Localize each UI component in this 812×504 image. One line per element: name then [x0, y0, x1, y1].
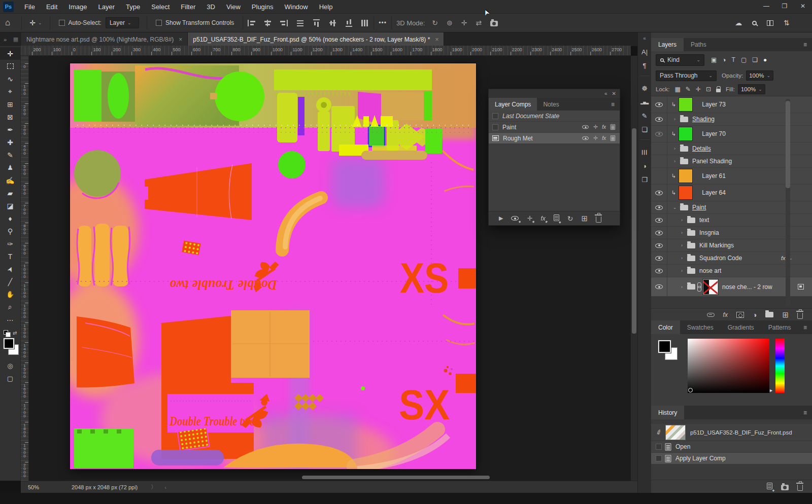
home-icon[interactable]: ⌂: [5, 18, 10, 28]
clone-stamp-tool[interactable]: ♟: [0, 161, 21, 174]
lasso-tool[interactable]: ∿: [0, 73, 21, 85]
layer-name[interactable]: Layer 61: [702, 172, 726, 179]
visibility-toggle[interactable]: [651, 142, 667, 155]
visibility-toggle[interactable]: [651, 252, 667, 264]
vertical-scroll-thumb[interactable]: [632, 128, 636, 334]
link-layers-icon[interactable]: [707, 313, 715, 317]
menu-select[interactable]: Select: [146, 3, 175, 11]
move-icon[interactable]: ✛: [593, 124, 598, 130]
menu-plugins[interactable]: Plugins: [246, 3, 279, 11]
histogram-panel-icon[interactable]: ▂▅▃: [640, 95, 649, 109]
layer-name[interactable]: nose che... - 2 row: [722, 283, 772, 291]
export-comps-icon[interactable]: ◆: [554, 214, 559, 223]
history-state-apply-layer-comp[interactable]: Apply Layer Comp: [651, 453, 812, 464]
visibility-toggle[interactable]: [651, 113, 667, 125]
object-selection-tool[interactable]: ⌖: [0, 85, 21, 98]
edit-toolbar-icon[interactable]: ⋯: [0, 313, 21, 326]
tab-layers[interactable]: Layers: [651, 38, 684, 51]
rectangular-marquee-tool[interactable]: [0, 60, 21, 73]
zoom-level-field[interactable]: 50%: [21, 484, 55, 490]
menu-view[interactable]: View: [221, 3, 246, 11]
auto-select-target-dropdown[interactable]: Layer⌄: [106, 17, 139, 28]
layer-fx-icon[interactable]: fx: [781, 255, 786, 261]
scroll-left-icon[interactable]: ‹: [164, 484, 166, 490]
tab-layer-comps[interactable]: Layer Comps: [489, 98, 537, 111]
tab-swatches[interactable]: Swatches: [680, 320, 721, 334]
brush-settings-panel-icon[interactable]: ✎: [642, 109, 648, 123]
history-source-box[interactable]: [656, 455, 662, 461]
move-icon[interactable]: ✛: [593, 135, 598, 141]
chevron-right-icon[interactable]: ›: [679, 268, 685, 273]
expand-panels-icon[interactable]: «: [643, 35, 646, 41]
layer-name[interactable]: Squadron Code: [699, 255, 742, 262]
layers-scrollbar[interactable]: [786, 99, 790, 307]
chevron-right-icon[interactable]: ›: [671, 159, 678, 164]
layer-thumbnail[interactable]: [679, 169, 693, 183]
fx-icon[interactable]: fx: [602, 135, 606, 141]
panel-menu-icon[interactable]: ≡: [803, 320, 812, 334]
collapse-panel-icon[interactable]: «: [604, 91, 607, 96]
blur-tool[interactable]: ♦: [0, 212, 21, 225]
move-tool[interactable]: ✛: [0, 47, 21, 60]
clone-source-panel-icon[interactable]: ❏: [641, 123, 648, 136]
close-button[interactable]: ✕: [794, 0, 812, 14]
auto-select-checkbox[interactable]: Auto-Select:: [59, 19, 101, 26]
lock-all-icon[interactable]: [716, 89, 721, 92]
visibility-toggle[interactable]: [651, 265, 667, 277]
chevron-down-icon[interactable]: ⌄: [671, 205, 678, 210]
minimize-button[interactable]: —: [757, 0, 775, 14]
menu-edit[interactable]: Edit: [41, 3, 63, 11]
filter-toggle-icon[interactable]: ●: [763, 56, 767, 63]
chevron-right-icon[interactable]: ›: [679, 284, 685, 290]
hue-slider-arrow-icon[interactable]: ▸: [770, 387, 772, 393]
menu-type[interactable]: Type: [120, 3, 146, 11]
distribute-h-icon[interactable]: [362, 19, 368, 27]
history-state-open[interactable]: Open: [651, 441, 812, 453]
comp-name[interactable]: Rough Met: [503, 135, 582, 142]
tool-preset-icon[interactable]: ✛⌄: [29, 19, 42, 27]
panel-menu-icon[interactable]: ≡: [803, 406, 812, 419]
filter-adjustment-layers-icon[interactable]: ◑: [722, 56, 726, 63]
comp-name[interactable]: Last Document State: [502, 113, 620, 120]
layer-thumbnail[interactable]: [679, 97, 693, 112]
chevron-right-icon[interactable]: ›: [679, 218, 685, 223]
swap-colors-icon[interactable]: ⇄: [13, 330, 17, 336]
filter-smart-objects-icon[interactable]: ❏: [752, 56, 758, 63]
foreground-color-swatch[interactable]: [4, 338, 14, 349]
fx-icon[interactable]: fx: [602, 124, 606, 130]
tab-overflow-icon[interactable]: »: [0, 32, 10, 46]
maximize-button[interactable]: ❐: [775, 0, 794, 14]
tab-color[interactable]: Color: [651, 320, 680, 334]
filter-shape-layers-icon[interactable]: ▢: [741, 56, 747, 63]
kind-filter-dropdown[interactable]: Kind ⌄: [656, 54, 704, 66]
hue-slider[interactable]: [775, 339, 785, 393]
default-colors-icon[interactable]: [4, 330, 8, 335]
visibility-toggle[interactable]: [651, 126, 667, 142]
panel-menu-icon[interactable]: ≡: [611, 98, 620, 111]
color-picker-handle[interactable]: [688, 388, 693, 392]
properties-panel-icon[interactable]: ☰: [641, 146, 648, 159]
eyedropper-tool[interactable]: ✒: [0, 123, 21, 136]
lock-position-icon[interactable]: ✛: [696, 86, 701, 93]
filter-pixel-layers-icon[interactable]: ▣: [711, 56, 717, 63]
tab-notes[interactable]: Notes: [537, 98, 565, 111]
close-tab-icon[interactable]: ×: [435, 36, 438, 43]
show-transform-controls-checkbox[interactable]: Show Transform Controls: [156, 19, 234, 26]
filter-type-layers-icon[interactable]: T: [732, 56, 735, 63]
brush-tool[interactable]: ✎: [0, 149, 21, 161]
libraries-panel-icon[interactable]: ❒: [641, 173, 648, 187]
opacity-field[interactable]: 100% ⌄: [746, 70, 773, 81]
visibility-toggle[interactable]: [651, 277, 667, 296]
roll-3d-icon[interactable]: ⊚: [447, 19, 453, 27]
workspace-icon[interactable]: [767, 20, 773, 26]
delete-comp-icon[interactable]: [596, 217, 601, 223]
chevron-right-icon[interactable]: ›: [679, 230, 685, 235]
chevron-right-icon[interactable]: ›: [679, 256, 685, 261]
visibility-toggle[interactable]: [651, 96, 667, 113]
search-icon[interactable]: [752, 21, 757, 25]
align-middle-icon[interactable]: [329, 19, 336, 27]
pan-3d-icon[interactable]: ✛: [461, 19, 467, 27]
comp-visibility-icon[interactable]: ◆: [511, 214, 519, 222]
layer-name[interactable]: Kill Markings: [699, 242, 734, 249]
horizontal-scrollbar[interactable]: [29, 475, 631, 480]
